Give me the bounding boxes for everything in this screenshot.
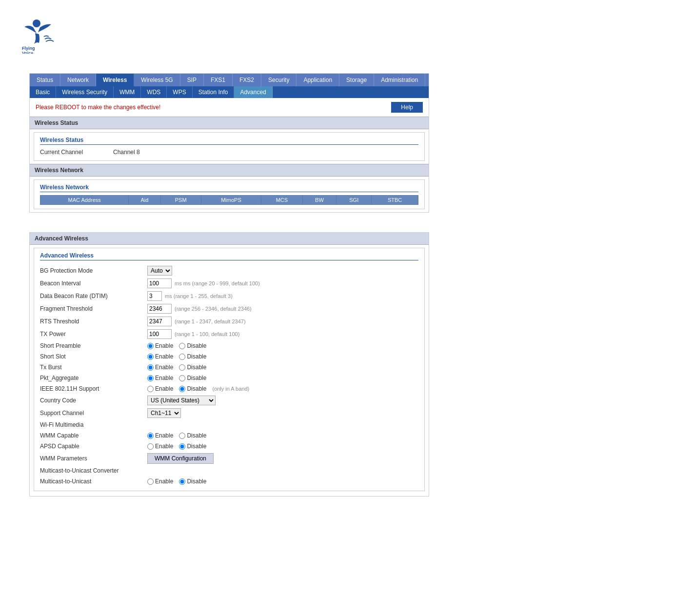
beacon-interval-control: ms ms (range 20 - 999, default 100) [147, 278, 260, 288]
tx-power-label: TX Power [40, 331, 147, 338]
pkt-aggregate-disable-label[interactable]: Disable [179, 375, 206, 381]
tx-burst-label: Tx Burst [40, 364, 147, 371]
short-preamble-control: Enable Disable [147, 342, 206, 349]
tab-security[interactable]: Security [261, 74, 297, 86]
current-channel-label: Current Channel [40, 149, 113, 156]
wmm-capable-enable-radio[interactable] [147, 433, 154, 439]
rts-threshold-control: (range 1 - 2347, default 2347) [147, 317, 246, 326]
col-sgi: SGI [337, 196, 372, 205]
advanced-wireless-title: Advanced Wireless [40, 252, 418, 260]
short-slot-enable-radio[interactable] [147, 354, 154, 360]
subtab-wmm[interactable]: WMM [114, 86, 141, 98]
subtab-basic[interactable]: Basic [30, 86, 56, 98]
wireless-network-header: Wireless Network [30, 164, 429, 177]
short-slot-control: Enable Disable [147, 353, 206, 360]
wmm-configuration-button[interactable]: WMM Configuration [147, 453, 214, 464]
dtim-hint: ms (range 1 - 255, default 3) [165, 293, 233, 299]
svg-text:Flying: Flying [22, 46, 35, 51]
apsd-capable-disable-label[interactable]: Disable [179, 443, 206, 450]
subtab-wps[interactable]: WPS [167, 86, 192, 98]
beacon-interval-label: Beacon Interval [40, 280, 147, 287]
tx-burst-enable-label[interactable]: Enable [147, 364, 173, 371]
tab-wireless5g[interactable]: Wireless 5G [134, 74, 180, 86]
apsd-capable-label: APSD Capable [40, 443, 147, 450]
multicast-converter-label: Multicast-to-Unicast Converter [40, 467, 147, 474]
short-slot-disable-label[interactable]: Disable [179, 353, 206, 360]
rts-threshold-hint: (range 1 - 2347, default 2347) [175, 318, 246, 324]
tx-power-input[interactable] [147, 329, 172, 339]
wmm-capable-enable-label[interactable]: Enable [147, 432, 173, 439]
help-button[interactable]: Help [391, 102, 423, 113]
logo-area: Flying Voice Voice over IP [10, 10, 683, 59]
pkt-aggregate-label: Pkt_Aggregate [40, 375, 147, 381]
current-channel-row: Current Channel Channel 8 [40, 148, 418, 157]
short-preamble-enable-label[interactable]: Enable [147, 342, 173, 349]
rts-threshold-label: RTS Threshold [40, 318, 147, 325]
dtim-control: ms (range 1 - 255, default 3) [147, 291, 233, 301]
subtab-station-info[interactable]: Station Info [193, 86, 235, 98]
support-channel-select[interactable]: Ch1~11 [147, 408, 181, 418]
tx-burst-disable-radio[interactable] [179, 364, 185, 371]
short-preamble-disable-radio[interactable] [179, 343, 185, 349]
dtim-input[interactable] [147, 291, 162, 301]
country-code-control: US (United States) [147, 396, 216, 405]
wmm-capable-label: WMM Capable [40, 432, 147, 439]
multicast-unicast-enable-label[interactable]: Enable [147, 478, 173, 485]
pkt-aggregate-enable-radio[interactable] [147, 375, 154, 381]
short-slot-enable-label[interactable]: Enable [147, 353, 173, 360]
current-channel-value: Channel 8 [113, 149, 140, 156]
tx-burst-enable-radio[interactable] [147, 364, 154, 371]
pkt-aggregate-disable-radio[interactable] [179, 375, 185, 381]
apsd-capable-enable-radio[interactable] [147, 443, 154, 450]
ieee80211h-disable-label[interactable]: Disable [179, 385, 206, 392]
support-channel-control: Ch1~11 [147, 408, 181, 418]
bg-protection-select[interactable]: Auto On Off [147, 266, 172, 276]
svg-point-0 [33, 20, 40, 27]
reboot-text: Please REBOOT to make the changes effect… [36, 104, 160, 111]
apsd-capable-enable-label[interactable]: Enable [147, 443, 173, 450]
rts-threshold-input[interactable] [147, 317, 172, 326]
pkt-aggregate-row: Pkt_Aggregate Enable Disable [40, 373, 418, 383]
subtab-wireless-security[interactable]: Wireless Security [56, 86, 114, 98]
wireless-status-title: Wireless Status [40, 137, 418, 145]
short-slot-disable-radio[interactable] [179, 354, 185, 360]
multicast-converter-row: Multicast-to-Unicast Converter [40, 465, 418, 476]
subtab-wds[interactable]: WDS [141, 86, 167, 98]
tab-fxs2[interactable]: FXS2 [233, 74, 261, 86]
multicast-unicast-enable-radio[interactable] [147, 478, 154, 485]
svg-text:Voice: Voice [22, 51, 33, 54]
tab-wireless[interactable]: Wireless [96, 74, 134, 86]
wmm-capable-disable-radio[interactable] [179, 433, 185, 439]
subtab-advanced[interactable]: Advanced [234, 86, 272, 98]
bg-protection-control: Auto On Off [147, 266, 172, 276]
tab-fxs1[interactable]: FXS1 [204, 74, 233, 86]
tab-status[interactable]: Status [30, 74, 60, 86]
tx-burst-disable-label[interactable]: Disable [179, 364, 206, 371]
tab-administration[interactable]: Administration [374, 74, 425, 86]
nav-tabs: Status Network Wireless Wireless 5G SIP … [30, 74, 429, 86]
wmm-capable-disable-label[interactable]: Disable [179, 432, 206, 439]
tab-storage[interactable]: Storage [339, 74, 374, 86]
tab-application[interactable]: Application [297, 74, 339, 86]
short-preamble-disable-label[interactable]: Disable [179, 342, 206, 349]
multicast-unicast-disable-label[interactable]: Disable [179, 478, 206, 485]
short-preamble-enable-radio[interactable] [147, 343, 154, 349]
col-mcs: MCS [261, 196, 303, 205]
tab-network[interactable]: Network [60, 74, 96, 86]
multicast-unicast-label: Multicast-to-Unicast [40, 478, 147, 485]
beacon-interval-input[interactable] [147, 278, 172, 288]
fragment-threshold-input[interactable] [147, 304, 172, 314]
advanced-wireless-section: Advanced Wireless BG Protection Mode Aut… [34, 248, 425, 491]
short-preamble-row: Short Preamble Enable Disable [40, 340, 418, 351]
pkt-aggregate-enable-label[interactable]: Enable [147, 375, 173, 381]
ieee80211h-disable-radio[interactable] [179, 386, 185, 392]
country-code-select[interactable]: US (United States) [147, 396, 216, 405]
ieee80211h-enable-radio[interactable] [147, 386, 154, 392]
apsd-capable-disable-radio[interactable] [179, 443, 185, 450]
tab-sip[interactable]: SIP [180, 74, 204, 86]
multicast-unicast-disable-radio[interactable] [179, 478, 185, 485]
flying-voice-logo: Flying Voice Voice over IP [20, 15, 59, 54]
advanced-wireless-panel: Advanced Wireless Advanced Wireless BG P… [29, 232, 429, 497]
ieee80211h-enable-label[interactable]: Enable [147, 385, 173, 392]
wmm-capable-row: WMM Capable Enable Disable [40, 430, 418, 441]
